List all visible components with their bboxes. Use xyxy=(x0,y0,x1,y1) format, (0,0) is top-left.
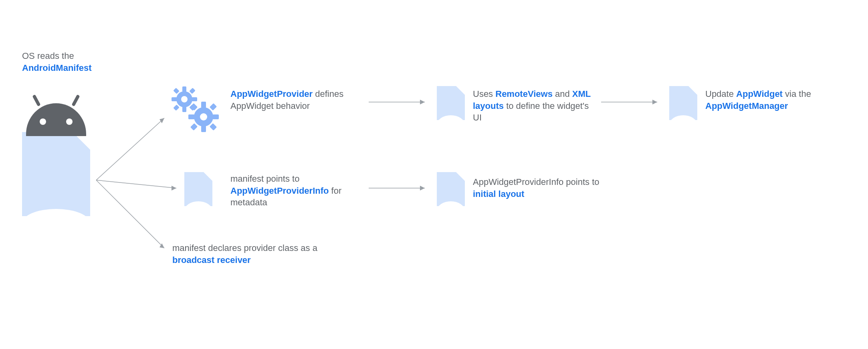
svg-rect-24 xyxy=(201,126,206,132)
svg-line-4 xyxy=(96,180,164,248)
svg-rect-14 xyxy=(182,106,186,112)
hl: initial layout xyxy=(473,189,524,199)
arrows xyxy=(0,0,868,349)
svg-rect-13 xyxy=(182,86,186,92)
svg-line-0 xyxy=(96,118,164,180)
pre: manifest declares provider class as a xyxy=(172,243,317,253)
node-remoteviews: Uses RemoteViews and XML layouts to defi… xyxy=(473,88,593,124)
pre: manifest points to xyxy=(230,174,299,184)
svg-point-31 xyxy=(200,113,207,120)
gears-icon xyxy=(168,84,220,132)
pre: Update xyxy=(705,89,736,99)
node-broadcast: manifest declares provider class as a br… xyxy=(172,242,333,266)
hl: broadcast receiver xyxy=(172,255,251,265)
svg-marker-1 xyxy=(159,118,164,123)
mid: via the xyxy=(783,89,811,99)
svg-marker-9 xyxy=(652,100,657,104)
svg-rect-17 xyxy=(173,88,180,94)
svg-rect-29 xyxy=(190,123,198,130)
pre: AppWidgetProviderInfo points to xyxy=(473,177,600,187)
hl: AppWidgetProviderInfo xyxy=(230,186,329,196)
file-icon-remoteviews xyxy=(437,86,465,120)
svg-rect-28 xyxy=(210,103,217,110)
heading-highlight: AndroidManifest xyxy=(22,63,92,73)
hl1: AppWidget xyxy=(736,89,783,99)
svg-marker-5 xyxy=(159,243,164,248)
android-head-icon xyxy=(26,103,86,136)
diagram-canvas: OS reads the AndroidManifest xyxy=(0,0,868,349)
svg-point-21 xyxy=(181,96,188,102)
svg-rect-15 xyxy=(172,97,177,101)
hl: AppWidgetProvider xyxy=(230,89,313,99)
svg-rect-25 xyxy=(188,114,195,119)
file-icon-initiallayout xyxy=(437,172,465,206)
svg-line-2 xyxy=(96,180,176,188)
androidmanifest-icon xyxy=(22,132,90,216)
heading-os-reads: OS reads the AndroidManifest xyxy=(22,50,126,74)
mid: and xyxy=(553,89,572,99)
svg-rect-18 xyxy=(189,88,196,94)
hl1: RemoteViews xyxy=(495,89,553,99)
svg-marker-3 xyxy=(172,186,176,191)
file-icon-providerinfo xyxy=(184,172,212,206)
node-appwidgetprovider: AppWidgetProvider defines AppWidget beha… xyxy=(230,88,351,112)
node-initiallayout: AppWidgetProviderInfo points to initial … xyxy=(473,176,601,200)
svg-marker-7 xyxy=(420,100,425,104)
svg-rect-23 xyxy=(201,102,206,108)
pre: Uses xyxy=(473,89,495,99)
heading-plain: OS reads the xyxy=(22,51,74,61)
node-manager: Update AppWidget via the AppWidgetManage… xyxy=(705,88,838,112)
hl2: AppWidgetManager xyxy=(705,101,788,111)
file-icon-manager xyxy=(669,86,697,120)
node-providerinfo: manifest points to AppWidgetProviderInfo… xyxy=(230,173,359,209)
svg-rect-26 xyxy=(212,114,219,119)
svg-rect-19 xyxy=(173,104,180,111)
svg-rect-16 xyxy=(192,97,197,101)
svg-marker-11 xyxy=(420,186,425,191)
svg-rect-30 xyxy=(210,123,217,130)
